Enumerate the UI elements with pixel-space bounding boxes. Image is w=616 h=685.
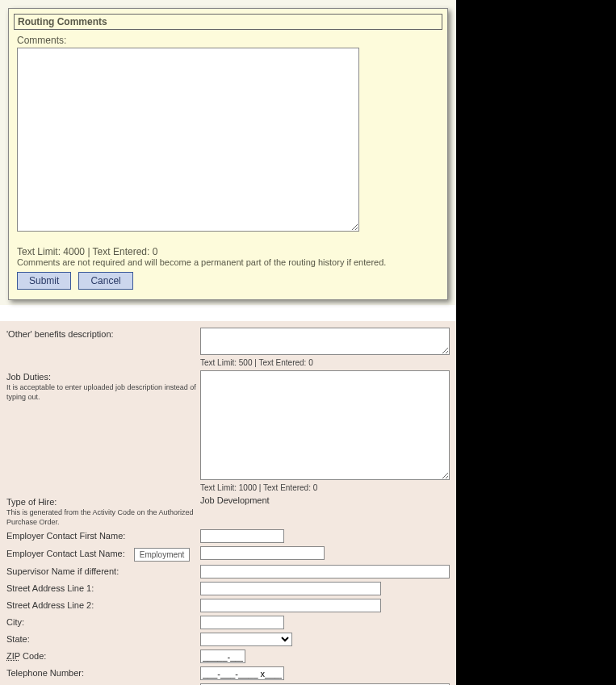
supervisor-label: Supervisor Name if different: xyxy=(6,565,200,576)
supervisor-input[interactable] xyxy=(200,565,450,578)
job-duties-limit: Text Limit: 1000 | Text Entered: 0 xyxy=(200,482,450,492)
type-of-hire-helper: This is generated from the Activity Code… xyxy=(6,508,194,526)
phone-input[interactable] xyxy=(200,666,284,680)
submit-button[interactable]: Submit xyxy=(17,272,71,290)
employer-last-label: Employer Contact Last Name: xyxy=(6,549,125,558)
side-black-panel xyxy=(456,0,616,685)
employer-first-label: Employer Contact First Name: xyxy=(6,529,200,541)
city-label: City: xyxy=(6,616,200,627)
employer-last-input[interactable] xyxy=(200,546,325,560)
routing-comments-textarea[interactable] xyxy=(17,48,359,232)
type-of-hire-label: Type of Hire: xyxy=(6,497,57,507)
job-duties-helper: It is acceptable to enter uploaded job d… xyxy=(6,383,196,401)
zip-input[interactable] xyxy=(200,649,245,663)
city-input[interactable] xyxy=(200,616,284,629)
routing-text-limit: Text Limit: 4000 | Text Entered: 0 xyxy=(17,233,439,257)
employment-tag: Employment xyxy=(134,548,191,562)
street1-label: Street Address Line 1: xyxy=(6,582,200,593)
zip-label: ZIP Code: xyxy=(6,649,200,661)
cancel-button[interactable]: Cancel xyxy=(78,272,132,290)
routing-comments-panel: Routing Comments Comments: Text Limit: 4… xyxy=(8,8,448,300)
street1-input[interactable] xyxy=(200,582,381,595)
job-duties-textarea[interactable] xyxy=(200,370,450,480)
other-benefits-limit: Text Limit: 500 | Text Entered: 0 xyxy=(200,357,450,367)
comments-label: Comments: xyxy=(17,31,439,48)
job-duties-label: Job Duties: xyxy=(6,372,51,382)
street2-input[interactable] xyxy=(200,599,381,612)
job-form: 'Other' benefits description: Text Limit… xyxy=(0,321,456,685)
state-select[interactable] xyxy=(200,633,292,646)
routing-panel-title: Routing Comments xyxy=(14,14,442,30)
type-of-hire-value: Job Development xyxy=(200,495,270,505)
state-label: State: xyxy=(6,633,200,644)
employer-first-input[interactable] xyxy=(200,529,284,543)
phone-label: Telephone Number: xyxy=(6,666,200,678)
other-benefits-textarea[interactable] xyxy=(200,328,450,355)
street2-label: Street Address Line 2: xyxy=(6,599,200,610)
routing-note: Comments are not required and will becom… xyxy=(17,257,439,267)
other-benefits-label: 'Other' benefits description: xyxy=(6,328,200,339)
